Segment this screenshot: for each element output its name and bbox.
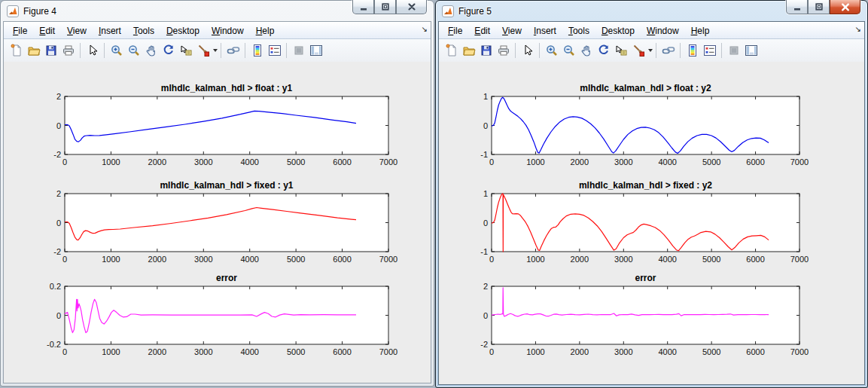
new-document-button[interactable] xyxy=(8,42,25,60)
svg-text:3000: 3000 xyxy=(194,347,212,356)
menu-item-file[interactable]: File xyxy=(442,23,468,38)
zoom-out-icon xyxy=(562,44,576,57)
minimize-icon xyxy=(794,8,800,11)
svg-text:3000: 3000 xyxy=(614,157,632,167)
menu-item-desktop[interactable]: Desktop xyxy=(160,23,206,38)
window-title: Figure 4 xyxy=(23,6,56,17)
zoom-out-icon xyxy=(127,44,141,57)
menu-overflow-arrow[interactable]: ↘ xyxy=(422,25,428,34)
zoom-in-button[interactable] xyxy=(543,42,560,60)
svg-text:-2: -2 xyxy=(480,340,488,349)
colorbar-button[interactable] xyxy=(684,42,701,60)
cursor-button[interactable] xyxy=(84,42,101,60)
menu-item-insert[interactable]: Insert xyxy=(93,23,127,38)
zoom-out-button[interactable] xyxy=(560,42,577,60)
data-cursor-button[interactable] xyxy=(612,42,629,60)
toolbar-separator xyxy=(680,43,681,58)
menu-overflow-arrow[interactable]: ↘ xyxy=(855,25,861,34)
menu-item-help[interactable]: Help xyxy=(685,23,716,38)
titlebar: Figure 5 xyxy=(436,1,867,21)
menu-item-view[interactable]: View xyxy=(496,23,528,38)
print-button[interactable] xyxy=(495,42,512,60)
save-button[interactable] xyxy=(42,42,59,60)
close-button[interactable] xyxy=(830,0,860,14)
svg-text:6000: 6000 xyxy=(333,255,351,264)
svg-text:3000: 3000 xyxy=(194,157,212,167)
menu-item-tools[interactable]: Tools xyxy=(562,23,595,38)
rotate-3d-button[interactable] xyxy=(160,42,177,60)
save-button[interactable] xyxy=(477,42,495,60)
menu-item-help[interactable]: Help xyxy=(250,23,281,38)
hide-plot-tools-button[interactable] xyxy=(290,42,307,60)
svg-text:2000: 2000 xyxy=(571,255,589,264)
menu-item-insert[interactable]: Insert xyxy=(528,23,562,38)
svg-text:0: 0 xyxy=(483,121,488,130)
data-cursor-icon xyxy=(179,44,193,57)
close-button[interactable] xyxy=(396,0,427,14)
zoom-in-button[interactable] xyxy=(108,42,125,60)
svg-text:0: 0 xyxy=(56,311,61,320)
zoom-out-button[interactable] xyxy=(125,42,142,60)
show-plot-tools-button[interactable] xyxy=(307,42,324,60)
figure5-plots: 01000200030004000500060007000-101mlhdlc_… xyxy=(439,62,865,385)
matlab-logo-icon xyxy=(7,5,19,17)
svg-text:error: error xyxy=(216,273,237,283)
toolbar xyxy=(439,39,864,63)
menu-item-edit[interactable]: Edit xyxy=(33,23,61,38)
svg-text:0: 0 xyxy=(62,255,67,264)
legend-icon xyxy=(703,44,717,57)
colorbar-button[interactable] xyxy=(248,42,266,60)
link-plot-button[interactable] xyxy=(659,42,677,60)
brush-dropdown-arrow-icon[interactable] xyxy=(213,49,218,52)
brush-dropdown-arrow-icon[interactable] xyxy=(648,49,653,52)
menu-item-tools[interactable]: Tools xyxy=(127,23,160,38)
open-folder-button[interactable] xyxy=(460,42,477,60)
menu-item-window[interactable]: Window xyxy=(641,23,685,38)
svg-text:1000: 1000 xyxy=(102,157,120,167)
show-plot-tools-button[interactable] xyxy=(742,42,760,60)
brush-button[interactable] xyxy=(194,42,212,60)
svg-text:3000: 3000 xyxy=(614,347,632,356)
show-plot-tools-icon xyxy=(745,44,758,57)
figure-content: FileEditViewInsertToolsDesktopWindowHelp… xyxy=(3,21,431,383)
restore-button[interactable] xyxy=(374,0,396,14)
minimize-button[interactable] xyxy=(352,0,374,14)
pan-button[interactable] xyxy=(577,42,595,60)
link-plot-button[interactable] xyxy=(224,42,242,60)
minimize-button[interactable] xyxy=(786,0,808,14)
legend-icon xyxy=(268,44,282,57)
svg-text:-2: -2 xyxy=(53,150,61,159)
svg-text:2000: 2000 xyxy=(148,347,166,356)
menu-item-file[interactable]: File xyxy=(7,23,33,38)
rotate-3d-icon xyxy=(597,44,611,57)
pan-button[interactable] xyxy=(142,42,160,60)
new-document-button[interactable] xyxy=(443,42,460,60)
figure5-window: Figure 5 FileEditViewInsertToolsDesktopW… xyxy=(435,0,868,388)
hide-plot-tools-button[interactable] xyxy=(725,42,742,60)
toolbar-separator xyxy=(286,43,287,58)
svg-text:0.2: 0.2 xyxy=(50,282,61,291)
print-button[interactable] xyxy=(59,42,77,60)
brush-button[interactable] xyxy=(629,42,647,60)
svg-text:0: 0 xyxy=(489,157,494,167)
svg-text:1000: 1000 xyxy=(526,347,544,356)
rotate-3d-button[interactable] xyxy=(595,42,612,60)
menu-item-view[interactable]: View xyxy=(61,23,93,38)
svg-text:2000: 2000 xyxy=(148,255,166,264)
menu-item-edit[interactable]: Edit xyxy=(468,23,496,38)
svg-text:6000: 6000 xyxy=(746,347,764,356)
figure-canvas-area: 01000200030004000500060007000-101mlhdlc_… xyxy=(439,62,864,384)
cursor-button[interactable] xyxy=(519,42,536,60)
brush-icon xyxy=(196,44,210,57)
svg-text:1000: 1000 xyxy=(102,255,120,264)
svg-text:mlhdlc_kalman_hdl > fixed : y2: mlhdlc_kalman_hdl > fixed : y2 xyxy=(579,180,712,191)
open-folder-button[interactable] xyxy=(25,42,42,60)
menu-item-desktop[interactable]: Desktop xyxy=(595,23,641,38)
legend-button[interactable] xyxy=(701,42,718,60)
svg-text:5000: 5000 xyxy=(287,255,305,264)
menu-item-window[interactable]: Window xyxy=(206,23,250,38)
svg-text:6000: 6000 xyxy=(746,255,764,264)
legend-button[interactable] xyxy=(266,42,283,60)
data-cursor-button[interactable] xyxy=(177,42,194,60)
restore-button[interactable] xyxy=(808,0,830,14)
